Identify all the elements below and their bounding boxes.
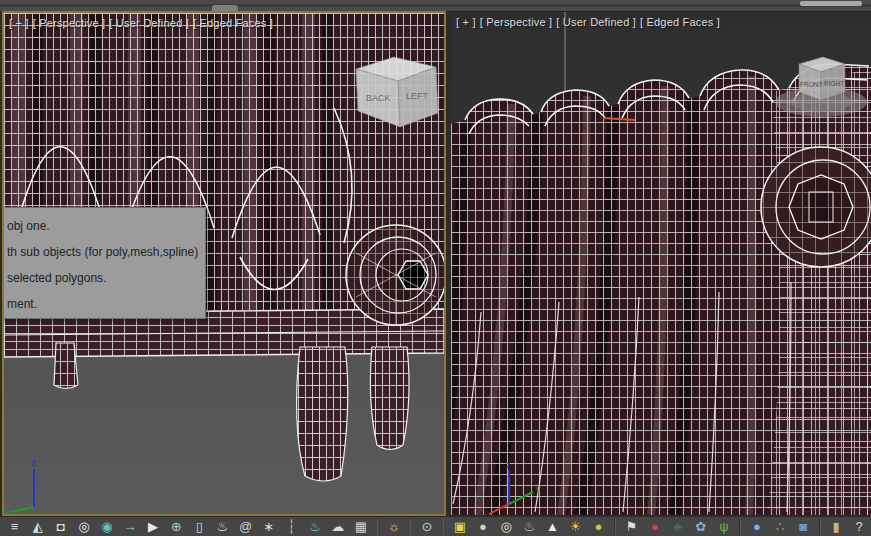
capsule-box-icon[interactable]: ◘ <box>51 518 70 536</box>
viewport-menu-view[interactable]: [ User Defined ] <box>109 17 189 29</box>
toolbar-separator <box>819 519 821 535</box>
tooltip-line: obj one. <box>7 217 199 243</box>
viewport-menu-pov[interactable]: [ Perspective ] <box>480 16 553 28</box>
dark-plant-icon[interactable]: ♣ <box>668 518 687 536</box>
cone-half-icon[interactable]: ◭ <box>28 518 47 536</box>
viewport-right-label: [ + ][ Perspective ][ User Defined ][ Ed… <box>456 16 724 28</box>
play-box-icon[interactable]: ▶ <box>144 518 163 536</box>
help-icon[interactable]: ? <box>850 518 869 536</box>
glossy-sphere-icon[interactable]: ● <box>747 518 766 536</box>
teapot-render-icon[interactable]: ♨ <box>305 518 324 536</box>
light-keyboard-icon[interactable]: ☼ <box>384 518 403 536</box>
arrow-box-icon[interactable]: → <box>120 518 139 536</box>
ring-sphere-icon[interactable]: ◎ <box>497 518 516 536</box>
viewcube-face-left-label[interactable]: LEFT <box>406 91 429 101</box>
track-list-icon[interactable]: ≡ <box>5 518 24 536</box>
multi-spheres-icon[interactable]: ∴ <box>770 518 789 536</box>
dashed-line-icon[interactable]: ┆ <box>282 518 301 536</box>
schedule-icon[interactable]: ▦ <box>351 518 370 536</box>
battery-icon[interactable]: ▮ <box>827 518 846 536</box>
grass-icon[interactable]: ψ <box>714 518 733 536</box>
tooltip-line: selected polygons. <box>7 269 199 295</box>
upper-viewcube-remnant-right <box>800 1 862 6</box>
checker-flag-icon[interactable]: ⚑ <box>622 518 641 536</box>
tooltip-line: th sub objects (for poly,mesh,spline). <box>7 243 199 269</box>
valve-boss <box>346 225 444 325</box>
viewport-menu-shading[interactable]: [ Edged Faces ] <box>193 17 273 29</box>
sphere-box-icon[interactable]: ◉ <box>97 518 116 536</box>
bottom-toolbar: ≡◭◘◎◉→▶⊕▯♨@∗┆♨☁▦☼⊙▣●◎♨▲☀●⚑●♣✿ψ●∴◙▮? <box>0 516 871 536</box>
viewcube-face-right-label[interactable]: RIGHT <box>824 80 844 87</box>
tooltip-line: ment. <box>7 295 199 321</box>
red-marker-icon[interactable]: ● <box>645 518 664 536</box>
valve-boss-right <box>761 147 871 267</box>
viewcube-face-front-label[interactable]: FRONT <box>800 81 822 88</box>
toolbar-separator <box>739 519 741 535</box>
toolbar-separator <box>410 519 412 535</box>
viewcube-face-back-label[interactable]: BACK <box>366 93 391 103</box>
toolbar-separator <box>443 519 445 535</box>
viewport-left-label: [ + ][ Perspective ][ User Defined ][ Ed… <box>9 17 277 29</box>
axis-z-label: z <box>506 460 511 470</box>
viewport-menu-general[interactable]: [ + ] <box>9 17 29 29</box>
blue-bloom-icon[interactable]: ✿ <box>691 518 710 536</box>
radiator-perspective-model[interactable] <box>451 64 871 515</box>
toolbar-separator <box>614 519 616 535</box>
viewport-menu-shading[interactable]: [ Edged Faces ] <box>640 16 720 28</box>
amber-sphere-icon[interactable]: ● <box>589 518 608 536</box>
viewport-menu-view[interactable]: [ User Defined ] <box>556 16 636 28</box>
white-cone-icon[interactable]: ▲ <box>543 518 562 536</box>
matte-sphere-icon[interactable]: ● <box>474 518 493 536</box>
axis-y-label: y <box>4 507 11 514</box>
video-camera-icon[interactable]: ⊙ <box>417 518 436 536</box>
viewport-menu-general[interactable]: [ + ] <box>456 16 476 28</box>
cloud-icon[interactable]: ☁ <box>328 518 347 536</box>
spiral-icon[interactable]: @ <box>236 518 255 536</box>
axis-y-label: y <box>536 484 541 494</box>
panel-icon[interactable]: ▯ <box>190 518 209 536</box>
wire-teapot-icon[interactable]: ♨ <box>520 518 539 536</box>
yellow-panel-icon[interactable]: ▣ <box>450 518 469 536</box>
max-workspace: BACK LEFT z y [ + ][ Perspective ][ User… <box>0 0 871 536</box>
upper-edge-band <box>0 4 871 7</box>
camera-add-icon[interactable]: ⊕ <box>167 518 186 536</box>
tooltip-overlay: obj one. th sub objects (for poly,mesh,s… <box>2 207 206 319</box>
viewport-left[interactable]: BACK LEFT z y [ + ][ Perspective ][ User… <box>2 11 446 516</box>
teapot-icon[interactable]: ♨ <box>213 518 232 536</box>
axis-x-label: x <box>482 511 487 515</box>
viewport-right[interactable]: FRONT RIGHT z y x [ + ][ Perspective ][ … <box>451 11 871 515</box>
viewport-right-canvas[interactable]: FRONT RIGHT z y x <box>451 12 871 515</box>
wand-icon[interactable]: ∗ <box>259 518 278 536</box>
selected-sphere-icon[interactable]: ◙ <box>794 518 813 536</box>
axis-z-label: z <box>31 457 36 468</box>
torus-icon[interactable]: ◎ <box>74 518 93 536</box>
toolbar-separator <box>377 519 379 535</box>
sun-icon[interactable]: ☀ <box>566 518 585 536</box>
viewport-menu-pov[interactable]: [ Perspective ] <box>33 17 106 29</box>
